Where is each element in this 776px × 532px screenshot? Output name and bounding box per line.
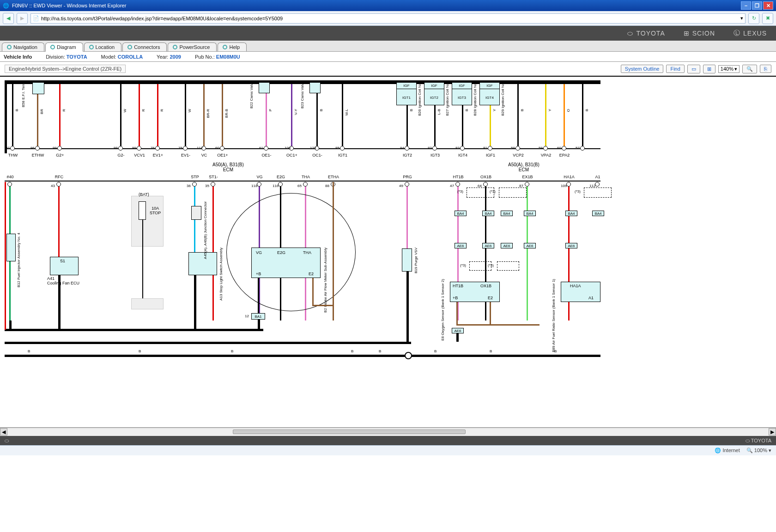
wire-OC1-[interactable] xyxy=(316,84,318,146)
window-title: F0N6V :: EWD Viewer - Windows Internet E… xyxy=(12,3,126,8)
connector-ae6-3[interactable]: AE6 xyxy=(524,243,536,248)
wire-EX1B[interactable] xyxy=(527,182,528,320)
wire-VPA2[interactable] xyxy=(545,84,546,146)
fit-page-button[interactable]: ▭ xyxy=(687,65,700,73)
horizontal-scrollbar[interactable]: ◀ ▶ xyxy=(0,428,776,436)
status-bar: 🌐 Internet 🔍 100% ▾ xyxy=(0,445,776,455)
globe-icon: 🌐 xyxy=(715,447,721,453)
connector-ba1[interactable]: BA1 xyxy=(251,313,265,320)
tab-help[interactable]: Help xyxy=(218,42,247,51)
dropdown-icon[interactable]: ▾ xyxy=(740,15,743,21)
tab-diagram[interactable]: Diagram xyxy=(45,42,83,52)
component-b12[interactable] xyxy=(6,234,16,261)
wire-G2+[interactable] xyxy=(59,84,61,146)
diagram-toolbar: Engine/Hybrid System-->Engine Control (2… xyxy=(0,62,776,77)
component-b19[interactable] xyxy=(402,248,412,272)
browser-navbar: ◀ ▶ 📄 ▾ ↻ ✖ xyxy=(0,11,776,26)
connector-ba4-3[interactable]: BA4 xyxy=(524,211,536,216)
page-icon: 📄 xyxy=(33,15,39,21)
brand-scion[interactable]: ⊞SCION xyxy=(684,30,715,37)
vehicle-info-bar: Vehicle Info Division: TOYOTA Model: COR… xyxy=(0,52,776,62)
connector-ba4-5[interactable]: BA4 xyxy=(592,211,604,216)
close-button[interactable]: ✕ xyxy=(763,1,773,10)
footer-brand-bar: ⬭ ⬭ TOYOTA xyxy=(0,436,776,445)
wire-VCP2[interactable] xyxy=(517,84,519,146)
wire-OC1+[interactable] xyxy=(291,84,292,146)
address-bar[interactable]: 📄 ▾ xyxy=(30,13,746,24)
stop-button[interactable]: ✖ xyxy=(762,13,773,24)
footer-toggle-icon[interactable]: ⬭ xyxy=(5,438,9,444)
url-input[interactable] xyxy=(41,16,739,21)
wire-OE1+[interactable] xyxy=(222,84,223,146)
wire-G2-[interactable] xyxy=(120,84,121,146)
maximize-button[interactable]: ❐ xyxy=(752,1,762,10)
component-ignition-IGT1[interactable]: IGFIGT1 xyxy=(396,82,417,105)
tab-powersource[interactable]: PowerSource xyxy=(168,42,217,51)
component-ignition-IGT3[interactable]: IGFIGT3 xyxy=(452,82,472,105)
print-button[interactable]: ⎘ xyxy=(760,65,771,73)
connector-ba4-1[interactable]: BA4 xyxy=(482,211,494,216)
wire-VCV1[interactable] xyxy=(139,84,140,146)
component-a45[interactable] xyxy=(191,206,201,220)
tab-navigation[interactable]: Navigation xyxy=(2,42,44,51)
brand-bar: ⬭TOYOTA ⊞SCION ⓁLEXUS xyxy=(0,26,776,41)
back-button[interactable]: ◀ xyxy=(3,13,14,24)
minimize-button[interactable]: – xyxy=(741,1,751,10)
wire-VC[interactable] xyxy=(203,84,205,146)
wire-EPA2[interactable] xyxy=(564,84,565,146)
wire-EV1-[interactable] xyxy=(185,84,186,146)
brand-lexus[interactable]: ⓁLEXUS xyxy=(734,29,767,37)
component-a13[interactable] xyxy=(188,252,217,275)
component-b23[interactable] xyxy=(309,82,321,93)
zoom-tool-button[interactable]: 🔍 xyxy=(742,65,757,73)
forward-button[interactable]: ▶ xyxy=(17,13,28,24)
component-ignition-IGT2[interactable]: IGFIGT2 xyxy=(424,82,444,105)
zoom-select[interactable]: 140%▾ xyxy=(718,65,740,73)
diagram-viewport[interactable]: 97THWB96ETHWBR99G2+R98G2-W99VCV1R76EV1+R… xyxy=(0,77,776,428)
wire-[interactable] xyxy=(582,84,583,146)
main-tabs: Navigation Diagram Location Connectors P… xyxy=(0,41,776,52)
wire-EV1+[interactable] xyxy=(157,84,158,146)
window-titlebar: 🌐 F0N6V :: EWD Viewer - Windows Internet… xyxy=(0,0,776,11)
breadcrumb: Engine/Hybrid System-->Engine Control (2… xyxy=(5,65,126,73)
component-bat-fuse[interactable] xyxy=(131,196,164,247)
tab-connectors[interactable]: Connectors xyxy=(122,42,167,51)
scroll-left-arrow[interactable]: ◀ xyxy=(0,428,7,435)
refresh-button[interactable]: ↻ xyxy=(748,13,759,24)
connector-ba4-4[interactable]: BA4 xyxy=(565,211,577,216)
connector-ae6-lower[interactable]: AE6 xyxy=(452,328,464,333)
brand-toyota[interactable]: ⬭TOYOTA xyxy=(627,30,665,37)
connector-ae6-4[interactable]: AE6 xyxy=(565,243,577,248)
fit-width-button[interactable]: ⊞ xyxy=(703,65,715,73)
wire-IGT1[interactable] xyxy=(342,84,343,146)
vehicle-info-label: Vehicle Info xyxy=(4,54,32,60)
wire-ST1-[interactable] xyxy=(212,182,214,320)
component-ignition-IGT4[interactable]: IGFIGT4 xyxy=(479,82,500,105)
connector-ba4-0[interactable]: BA4 xyxy=(455,211,467,216)
wire-OE1-[interactable] xyxy=(266,84,267,146)
connector-ae6-2[interactable]: AE6 xyxy=(501,243,513,248)
component-b58[interactable] xyxy=(32,82,44,94)
highlight-circle xyxy=(226,193,356,311)
status-zoom[interactable]: 🔍 100% ▾ xyxy=(746,447,771,453)
tab-location[interactable]: Location xyxy=(84,42,122,51)
scroll-thumb[interactable] xyxy=(233,429,466,434)
ie-icon: 🌐 xyxy=(3,3,9,9)
connector-ae6-0[interactable]: AE6 xyxy=(455,243,467,248)
find-button[interactable]: Find xyxy=(666,65,684,73)
connector-ae6-1[interactable]: AE6 xyxy=(482,243,494,248)
security-zone: 🌐 Internet xyxy=(715,447,740,453)
wire-THW[interactable] xyxy=(12,84,13,146)
connector-ba4-2[interactable]: BA4 xyxy=(501,211,513,216)
component-b22[interactable] xyxy=(259,82,270,93)
scroll-right-arrow[interactable]: ▶ xyxy=(769,428,776,435)
system-outline-button[interactable]: System Outline xyxy=(621,65,664,73)
